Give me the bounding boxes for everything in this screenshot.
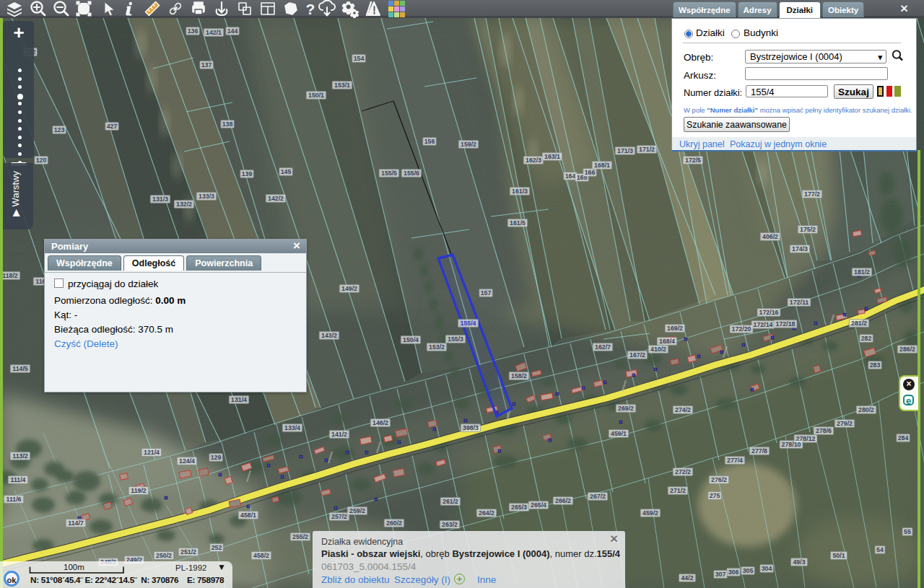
svg-text:?: ?: [306, 1, 315, 17]
